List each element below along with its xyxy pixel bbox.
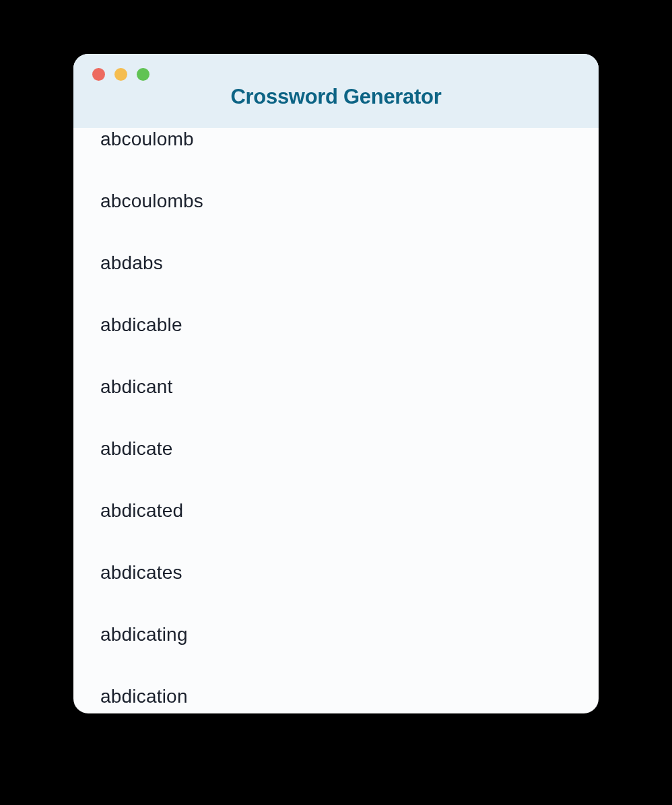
maximize-icon[interactable]	[137, 68, 149, 81]
list-item[interactable]: abdicate	[73, 418, 599, 480]
list-item[interactable]: abdicating	[73, 604, 599, 666]
list-item[interactable]: abdicable	[73, 294, 599, 356]
word-list: abcoulomb abcoulombs abdabs abdicable ab…	[73, 128, 599, 713]
list-item[interactable]: abcoulombs	[73, 170, 599, 232]
minimize-icon[interactable]	[114, 68, 127, 81]
list-item[interactable]: abdication	[73, 666, 599, 713]
list-item[interactable]: abdicated	[73, 480, 599, 542]
list-item[interactable]: abdicates	[73, 542, 599, 604]
content-area[interactable]: abcoulomb abcoulombs abdabs abdicable ab…	[73, 128, 599, 713]
list-item[interactable]: abdabs	[73, 232, 599, 294]
window-title: Crossword Generator	[231, 85, 442, 109]
window-controls	[92, 68, 149, 81]
close-icon[interactable]	[92, 68, 105, 81]
app-window: Crossword Generator abcoulomb abcoulombs…	[73, 54, 599, 713]
list-item[interactable]: abcoulomb	[73, 128, 599, 170]
titlebar: Crossword Generator	[73, 54, 599, 128]
list-item[interactable]: abdicant	[73, 356, 599, 418]
